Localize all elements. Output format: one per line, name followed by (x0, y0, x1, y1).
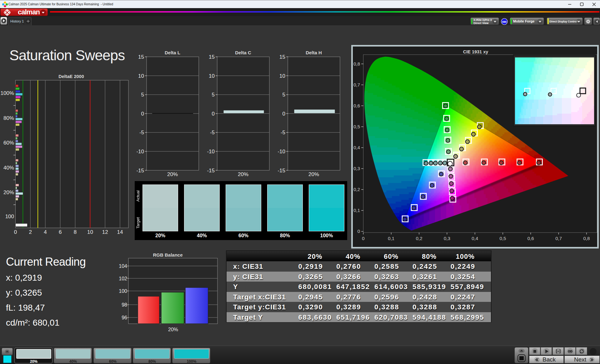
svg-text:0: 0 (282, 111, 285, 117)
svg-text:5: 5 (282, 92, 285, 98)
svg-text:10: 10 (138, 73, 144, 79)
svg-text:5: 5 (212, 92, 215, 98)
svg-text:Delta C: Delta C (235, 50, 251, 55)
svg-text:Delta H: Delta H (306, 50, 322, 55)
svg-text:0,4: 0,4 (353, 145, 360, 150)
svg-text:5: 5 (141, 92, 144, 98)
svg-text:0,4: 0,4 (472, 236, 478, 241)
svg-text:0,1: 0,1 (388, 236, 394, 241)
svg-text:96: 96 (122, 315, 127, 320)
svg-text:10: 10 (87, 229, 93, 235)
svg-text:10: 10 (279, 73, 285, 79)
svg-text:690: 690 (502, 20, 507, 23)
svg-text:0,6: 0,6 (353, 103, 360, 108)
svg-text:0,2: 0,2 (353, 187, 360, 192)
svg-text:-15: -15 (207, 168, 215, 174)
svg-text:100%: 100% (1, 90, 14, 96)
svg-text:0: 0 (358, 229, 360, 234)
svg-text:14: 14 (117, 229, 123, 235)
svg-text:0,1: 0,1 (353, 208, 360, 213)
svg-text:40%: 40% (3, 165, 14, 171)
svg-text:CIE 1931 xy: CIE 1931 xy (463, 49, 488, 54)
svg-text:0,3: 0,3 (353, 166, 360, 171)
svg-text:20%: 20% (238, 171, 248, 177)
svg-text:0,8: 0,8 (353, 61, 360, 66)
svg-text:0,7: 0,7 (353, 82, 360, 87)
svg-text:80%: 80% (3, 115, 14, 121)
svg-text:0,6: 0,6 (528, 236, 534, 241)
svg-text:0,3: 0,3 (444, 236, 450, 241)
svg-text:0,7: 0,7 (555, 236, 562, 241)
svg-text:0,5: 0,5 (353, 124, 360, 129)
svg-text:100: 100 (5, 214, 14, 219)
svg-text:15: 15 (209, 54, 215, 60)
svg-text:60%: 60% (3, 140, 14, 146)
svg-text:-15: -15 (136, 168, 144, 174)
svg-text:0: 0 (362, 236, 364, 241)
svg-text:-10: -10 (278, 149, 285, 155)
svg-text:104: 104 (119, 263, 127, 269)
svg-text:15: 15 (279, 54, 285, 60)
svg-text:20%: 20% (3, 189, 14, 195)
svg-text:8: 8 (74, 229, 77, 235)
svg-text:20%: 20% (308, 171, 319, 177)
svg-text:0: 0 (212, 111, 215, 117)
svg-text:-5: -5 (139, 130, 144, 135)
svg-text:0,8: 0,8 (583, 236, 590, 241)
svg-text:4: 4 (44, 229, 47, 235)
svg-text:98: 98 (122, 302, 127, 307)
svg-text:DeltaE 2000: DeltaE 2000 (58, 74, 84, 79)
svg-text:6: 6 (59, 229, 62, 235)
svg-text:12: 12 (102, 229, 108, 235)
svg-text:2: 2 (29, 229, 32, 235)
svg-text:15: 15 (138, 54, 144, 60)
svg-text:Delta L: Delta L (165, 50, 180, 55)
svg-text:RGB Balance: RGB Balance (153, 252, 182, 258)
svg-text:10: 10 (209, 73, 215, 79)
svg-text:0: 0 (141, 111, 144, 117)
svg-text:102: 102 (119, 276, 127, 281)
svg-text:-5: -5 (210, 130, 215, 135)
svg-text:-5: -5 (281, 130, 285, 135)
svg-text:100: 100 (119, 288, 127, 294)
svg-text:0,2: 0,2 (416, 236, 422, 241)
svg-text:20%: 20% (168, 327, 178, 332)
svg-text:20%: 20% (167, 171, 178, 177)
svg-text:0: 0 (14, 229, 17, 235)
svg-text:-10: -10 (136, 149, 144, 155)
svg-text:0,5: 0,5 (500, 236, 506, 241)
svg-text:-10: -10 (207, 149, 215, 155)
svg-text:-15: -15 (278, 168, 285, 174)
